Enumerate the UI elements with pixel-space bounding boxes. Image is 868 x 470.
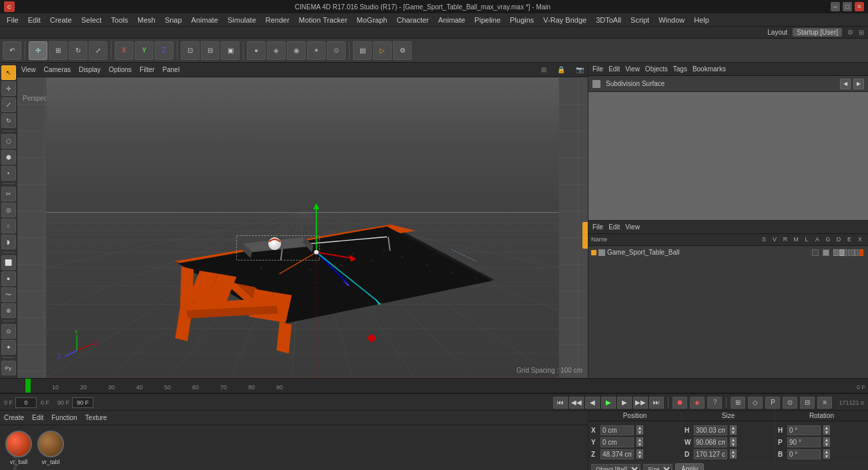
objects-menu-tags[interactable]: Tags [673,65,687,73]
edge-tool[interactable]: ⬢ [1,150,16,165]
obj-manager-view[interactable]: View [625,223,640,231]
light-btn[interactable]: ✦ [307,41,326,60]
obj-v-icon[interactable] [823,249,829,256]
menu-item-character[interactable]: Character [392,15,432,25]
light-obj[interactable]: ✦ [1,340,16,355]
menu-item-plugins[interactable]: Plugins [506,15,538,25]
size-h-input[interactable] [694,425,727,435]
mat-menu-create[interactable]: Create [4,414,24,421]
rot-h-down[interactable]: ▼ [823,430,830,435]
ss-btn-2[interactable]: ▶ [853,79,864,89]
size-h-up[interactable]: ▲ [730,425,737,430]
y-axis-btn[interactable]: Y [135,41,153,60]
menu-item-animate[interactable]: Animate [187,15,222,25]
mat-menu-texture[interactable]: Texture [85,414,107,421]
prev-keyframe-button[interactable]: ◀◀ [569,397,584,409]
undo-button[interactable]: ↶ [3,41,21,60]
pos-x-input[interactable] [600,425,634,435]
x-axis-btn[interactable]: X [115,41,133,60]
tl-key-btn[interactable]: ◇ [748,397,763,409]
rot-h-input[interactable] [787,425,821,435]
viewport-icon-camera[interactable]: 📷 [576,66,584,73]
object-rel-select[interactable]: Object [Rel] [591,464,640,470]
size-w-up[interactable]: ▲ [730,437,737,442]
close-button[interactable]: ✕ [855,2,864,11]
python-btn[interactable]: Py [1,361,16,375]
keyframe-btn-2[interactable]: ◈ [690,397,705,409]
tl-motion-btn[interactable]: P [765,397,780,409]
frame-btn-3[interactable]: ▣ [221,41,240,60]
prev-frame-button[interactable]: ◀ [585,397,600,409]
play-to-start-button[interactable]: ⏮ [553,397,568,409]
rot-p-down[interactable]: ▼ [823,442,830,447]
pos-x-down[interactable]: ▼ [636,430,643,435]
menu-item-pipeline[interactable]: Pipeline [470,15,504,25]
sphere-obj[interactable]: ● [1,271,16,286]
pos-y-down[interactable]: ▼ [636,442,643,447]
menu-item-render[interactable]: Render [262,15,294,25]
size-mode-select[interactable]: Size [643,464,673,470]
viewport[interactable]: View Cameras Display Options Filter Pane… [17,63,588,378]
objects-menu-bookmarks[interactable]: Bookmarks [693,65,726,73]
sphere-btn[interactable]: ● [247,41,266,60]
obj-r-icon-2[interactable] [839,249,845,256]
size-d-up[interactable]: ▲ [730,449,737,454]
tl-grid-btn[interactable]: ⊟ [800,397,815,409]
menu-item-script[interactable]: Script [626,15,653,25]
menu-item-help[interactable]: Help [690,15,713,25]
move-tool[interactable]: ✛ [1,81,16,96]
size-h-down[interactable]: ▼ [730,430,737,435]
null-tool[interactable]: ⊕ [1,303,16,318]
mat-menu-function[interactable]: Function [51,414,77,421]
menu-item-select[interactable]: Select [77,15,106,25]
menu-item-create[interactable]: Create [46,15,76,25]
viewport-icon-maximize[interactable]: ⊞ [541,66,546,73]
rotate-tool[interactable]: ↻ [1,113,16,128]
menu-item-edit[interactable]: Edit [24,15,45,25]
next-keyframe-button[interactable]: ▶▶ [633,397,648,409]
auto-keyframe-button[interactable]: ⏺ [673,397,687,409]
tl-frame-input[interactable] [15,397,37,408]
next-frame-button[interactable]: ▶ [617,397,632,409]
tl-loop-btn[interactable]: ⊙ [783,397,797,409]
select-tool[interactable]: ↖ [1,65,16,80]
spline-tool[interactable]: 〜 [1,287,16,302]
viewport-menu-cameras[interactable]: Cameras [44,66,71,73]
menu-item-window[interactable]: Window [655,15,689,25]
pos-y-up[interactable]: ▲ [636,437,643,442]
maximize-button[interactable]: □ [843,2,852,11]
objects-menu-view[interactable]: View [625,65,640,73]
mat-menu-edit[interactable]: Edit [32,414,43,421]
render-btn[interactable]: ▷ [373,41,392,60]
obj-manager-edit[interactable]: Edit [608,223,620,231]
obj-m-icon-1[interactable] [844,249,847,256]
size-w-input[interactable] [694,437,727,447]
size-w-down[interactable]: ▼ [730,442,737,447]
tl-end-input[interactable] [72,397,93,408]
viewport-menu-display[interactable]: Display [79,66,101,73]
material-item-2[interactable]: vr_tabl [37,431,64,465]
viewport-menu-panel[interactable]: Panel [163,66,180,73]
rot-p-input[interactable] [787,437,821,447]
scale-tool-button[interactable]: ⊞ [49,41,67,60]
render-region-btn[interactable]: ▤ [353,41,372,60]
size-d-input[interactable] [694,449,727,459]
playhead[interactable] [25,379,31,393]
menu-item-mesh[interactable]: Mesh [133,15,159,25]
obj-s-icon[interactable] [812,249,819,256]
viewport-menu-options[interactable]: Options [109,66,131,73]
keyframe-btn-3[interactable]: ? [707,397,722,409]
cube-tool[interactable]: ⬜ [1,255,16,270]
objects-menu-objects[interactable]: Objects [645,65,668,73]
ss-btn-1[interactable]: ◀ [840,79,851,89]
pos-y-input[interactable] [600,437,634,447]
pos-z-up[interactable]: ▲ [636,449,643,454]
move-tool-button[interactable]: ✛ [29,41,47,60]
material-btn[interactable]: ◉ [287,41,306,60]
rot-b-down[interactable]: ▼ [823,454,830,459]
frame-btn-2[interactable]: ⊟ [201,41,220,60]
menu-item-mograph[interactable]: MoGraph [353,15,392,25]
obj-tag-2[interactable] [859,249,863,256]
pos-z-input[interactable] [600,449,634,459]
knife-tool[interactable]: ✂ [1,187,16,201]
